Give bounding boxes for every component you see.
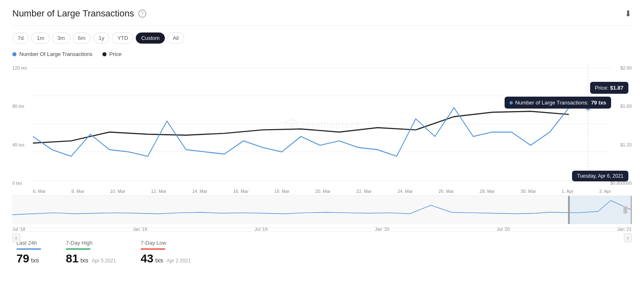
x-label-3apr: 3. Apr (599, 189, 611, 194)
time-btn-1y[interactable]: 1y (93, 32, 110, 44)
svg-rect-12 (12, 196, 632, 224)
minimap-label-jan20: Jan '20 (375, 227, 389, 232)
svg-rect-14 (568, 196, 570, 224)
stat-suffix-7l: txs (155, 257, 163, 264)
stat-number-7l: 43 (141, 252, 153, 265)
y-left-120: 120 txs (12, 65, 27, 70)
legend-label-txs: Number Of Large Transactions (19, 51, 93, 57)
stat-line-7l (141, 248, 165, 250)
y-left-80: 80 txs (12, 104, 27, 109)
stat-value-7h: 81 txs Apr 5 2021 (66, 252, 116, 265)
chart-svg (12, 64, 632, 187)
time-btn-6m[interactable]: 6m (73, 32, 91, 44)
tooltip-txs: Number of Large Transactions: 79 txs (505, 97, 611, 109)
chart-wrapper: 120 txs 80 txs 40 txs 0 txs $2.00 $1.60 … (12, 64, 632, 194)
y-left-40: 40 txs (12, 142, 27, 147)
main-chart-area[interactable]: 120 txs 80 txs 40 txs 0 txs $2.00 $1.60 … (12, 64, 632, 187)
time-btn-ytd[interactable]: YTD (112, 32, 133, 44)
x-label-14mar: 14. Mar (192, 189, 207, 194)
tooltip-date: Tuesday, Apr 6, 2021 (572, 171, 628, 181)
download-icon[interactable]: ⬇ (625, 9, 632, 19)
legend-dot-black (102, 52, 107, 56)
tooltip-price-label: Price: (595, 85, 609, 91)
stat-suffix-7h: txs (81, 257, 88, 264)
header-left: Number of Large Transactions ? (12, 8, 146, 19)
stat-value-24h: 79 txs (16, 252, 41, 265)
minimap[interactable]: Jul '18 Jan '19 Jul '19 Jan '20 Jul '20 … (12, 195, 632, 224)
tooltip-price: Price: $1.87 (590, 82, 628, 94)
minimap-label-jul19: Jul '19 (255, 227, 267, 232)
x-label-28mar: 28. Mar (480, 189, 495, 194)
time-btn-custom[interactable]: Custom (136, 32, 165, 44)
y-right-2: $2.00 (610, 65, 632, 70)
minimap-label-jan21: Jan '21 (617, 227, 632, 232)
x-label-16mar: 16. Mar (233, 189, 248, 194)
chart-legend: Number Of Large Transactions Price (12, 51, 632, 57)
stat-line-7h (66, 248, 90, 250)
legend-item-txs: Number Of Large Transactions (12, 51, 93, 57)
time-btn-3m[interactable]: 3m (52, 32, 70, 44)
tooltip-txs-label: Number of Large Transactions: (515, 100, 588, 106)
legend-dot-blue (12, 52, 16, 56)
x-label-22mar: 22. Mar (357, 189, 372, 194)
time-btn-1m[interactable]: 1m (31, 32, 49, 44)
time-filter-bar: 7d 1m 3m 6m 1y YTD Custom All (12, 32, 632, 44)
stat-number-7h: 81 (66, 252, 79, 265)
x-label-20mar: 20. Mar (315, 189, 331, 194)
x-axis: 6. Mar 8. Mar 10. Mar 12. Mar 14. Mar 16… (12, 187, 632, 194)
legend-item-price: Price (102, 51, 122, 57)
tooltip-dot (510, 101, 513, 104)
minimap-svg (12, 196, 632, 224)
tooltip-price-value: $1.87 (610, 85, 623, 91)
minimap-label-jul18: Jul '18 (12, 227, 25, 232)
minimap-label-jan19: Jan '19 (133, 227, 147, 232)
y-right-1-6: $1.60 (610, 104, 632, 109)
legend-label-price: Price (109, 51, 122, 57)
svg-rect-15 (631, 196, 632, 224)
time-btn-all[interactable]: All (167, 32, 184, 44)
main-container: Number of Large Transactions ? ⬇ 7d 1m 3… (0, 0, 644, 278)
y-right-1-2: $1.20 (610, 142, 632, 147)
x-label-24mar: 24. Mar (397, 189, 412, 194)
x-label-6mar: 6. Mar (33, 189, 46, 194)
page-header: Number of Large Transactions ? ⬇ (12, 8, 632, 26)
y-left-0: 0 txs (12, 181, 27, 185)
minimap-label-jul20: Jul '20 (497, 227, 510, 232)
time-btn-7d[interactable]: 7d (12, 32, 29, 44)
minimap-right-arrow[interactable]: › (624, 233, 632, 242)
x-label-18mar: 18. Mar (274, 189, 290, 194)
x-label-30mar: 30. Mar (521, 189, 536, 194)
help-icon[interactable]: ? (138, 9, 146, 18)
page-title: Number of Large Transactions (12, 8, 134, 19)
x-label-12mar: 12. Mar (151, 189, 166, 194)
stat-date-7h: Apr 5 2021 (92, 258, 116, 264)
x-label-1apr: 1. Apr (562, 189, 574, 194)
svg-rect-13 (569, 196, 632, 224)
stat-number-24h: 79 (16, 252, 29, 265)
stat-date-7l: Apr 2 2021 (167, 258, 191, 264)
x-label-8mar: 8. Mar (72, 189, 84, 194)
x-label-10mar: 10. Mar (110, 189, 125, 194)
stat-suffix-24h: txs (31, 257, 39, 264)
stat-line-24h (16, 248, 41, 250)
x-label-26mar: 26. Mar (438, 189, 454, 194)
y-axis-left: 120 txs 80 txs 40 txs 0 txs (12, 64, 27, 187)
minimap-left-arrow[interactable]: ‹ (12, 233, 20, 242)
stat-value-7l: 43 txs Apr 2 2021 (141, 252, 191, 265)
tooltip-txs-value: 79 txs (591, 100, 606, 106)
